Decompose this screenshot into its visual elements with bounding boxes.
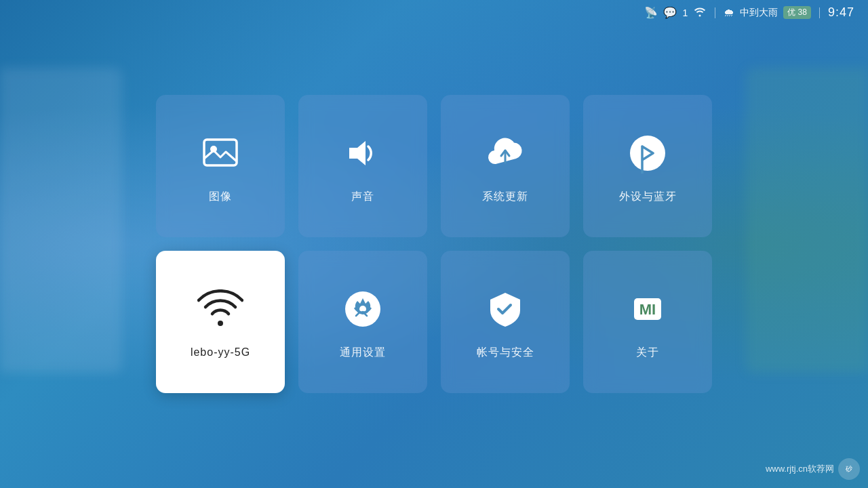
shield-icon bbox=[481, 285, 530, 333]
sound-icon bbox=[338, 129, 387, 178]
cast-icon: 📡 bbox=[644, 6, 658, 19]
image-label: 图像 bbox=[209, 190, 232, 204]
bluetooth-label: 外设与蓝牙 bbox=[619, 190, 677, 204]
mi-icon: MI bbox=[623, 285, 672, 333]
weather-text: 中到大雨 bbox=[740, 7, 778, 19]
divider2 bbox=[819, 7, 820, 18]
wrench-icon bbox=[338, 285, 387, 333]
system-update-label: 系统更新 bbox=[482, 190, 528, 204]
watermark-text: www.rjtj.cn软荐网 bbox=[766, 463, 834, 475]
watermark: www.rjtj.cn软荐网 砂 bbox=[766, 458, 860, 480]
weather-icon: 🌧 bbox=[724, 7, 734, 19]
bluetooth-icon bbox=[623, 129, 672, 178]
divider1 bbox=[715, 7, 715, 18]
settings-grid: 图像 声音 系统更新 外设与蓝牙 bbox=[156, 95, 712, 393]
clock: 9:47 bbox=[828, 5, 854, 20]
notification-icon: 💬 bbox=[663, 6, 677, 19]
general-settings-label: 通用设置 bbox=[340, 346, 386, 360]
grid-item-general-settings[interactable]: 通用设置 bbox=[298, 251, 427, 393]
svg-text:MI: MI bbox=[639, 301, 656, 318]
grid-item-account-security[interactable]: 帐号与安全 bbox=[441, 251, 570, 393]
grid-item-wifi[interactable]: lebo-yy-5G bbox=[156, 251, 285, 393]
svg-rect-0 bbox=[204, 140, 237, 165]
wifi-label: lebo-yy-5G bbox=[191, 346, 250, 359]
cloud-upload-icon bbox=[481, 129, 530, 178]
notification-count: 1 bbox=[682, 7, 688, 18]
grid-item-about[interactable]: MI 关于 bbox=[583, 251, 712, 393]
svg-point-4 bbox=[630, 136, 665, 171]
grid-item-system-update[interactable]: 系统更新 bbox=[441, 95, 570, 237]
wifi-icon bbox=[196, 285, 245, 334]
account-security-label: 帐号与安全 bbox=[477, 346, 534, 360]
air-quality-badge: 优 38 bbox=[783, 6, 811, 19]
sound-label: 声音 bbox=[351, 190, 374, 204]
status-bar: 📡 💬 1 🌧 中到大雨 优 38 9:47 bbox=[631, 0, 868, 25]
grid-item-image[interactable]: 图像 bbox=[156, 95, 285, 237]
wifi-status-icon bbox=[693, 6, 707, 20]
svg-marker-2 bbox=[349, 141, 366, 165]
grid-item-bluetooth[interactable]: 外设与蓝牙 bbox=[583, 95, 712, 237]
about-label: 关于 bbox=[636, 346, 659, 360]
watermark-icon: 砂 bbox=[838, 458, 860, 480]
image-icon bbox=[196, 129, 245, 178]
grid-item-sound[interactable]: 声音 bbox=[298, 95, 427, 237]
